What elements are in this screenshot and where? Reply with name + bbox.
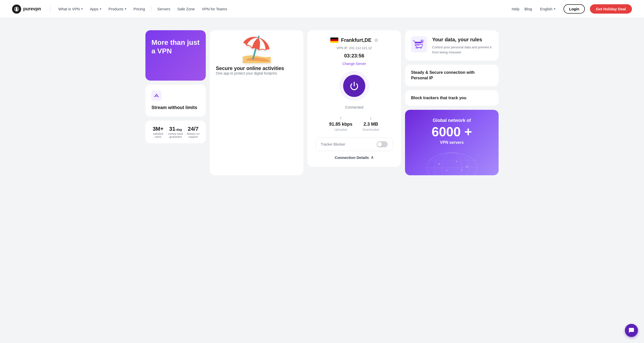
vpn-upload-value: 91.85 kbps xyxy=(329,122,352,127)
vpn-power-button[interactable] xyxy=(343,75,365,97)
svg-point-9 xyxy=(417,48,418,49)
svg-point-21 xyxy=(461,169,463,171)
svg-text:$: $ xyxy=(421,40,423,43)
stat-users-value: 3M+ xyxy=(153,126,164,132)
your-data-description: Control your personal data and prevent i… xyxy=(432,45,493,55)
vpn-download-stat: ↓ 2.3 MB Downloaded xyxy=(363,115,379,131)
svg-point-13 xyxy=(442,153,462,175)
your-data-title: Your data, your rules xyxy=(432,36,493,43)
nav-item-pricing[interactable]: Pricing xyxy=(130,5,148,13)
svg-rect-1 xyxy=(151,91,162,101)
second-column: ⛱️ Secure your online activities One app… xyxy=(210,30,303,175)
star-icon[interactable]: ☆ xyxy=(374,38,378,43)
vpn-country: Frankfurt,DE xyxy=(341,37,371,43)
svg-point-19 xyxy=(466,165,468,167)
vpn-widget-card: Frankfurt,DE ☆ VPN IP: 231.112.121.12 03… xyxy=(307,30,401,167)
login-button[interactable]: Login xyxy=(564,4,585,14)
vpn-download-label: Downloaded xyxy=(363,128,379,131)
global-network-prefix: Global network of xyxy=(433,118,471,123)
nav-language[interactable]: English ▾ xyxy=(537,5,558,13)
stat-guarantee-label: money back guarantee xyxy=(167,132,184,138)
nav-divider-brand xyxy=(50,5,50,13)
stat-guarantee: 31 -day money back guarantee xyxy=(167,126,184,138)
global-network-number: 6000 + xyxy=(432,125,472,138)
stream-icon xyxy=(151,91,200,102)
vpn-timer: 03:23:56 xyxy=(344,53,364,59)
block-trackers-card[interactable]: Block trackers that track you xyxy=(405,90,499,106)
tracker-blocker-label: Tracker Blocker xyxy=(321,142,345,146)
chevron-up-icon: ∧ xyxy=(371,155,374,160)
nav-blog[interactable]: Blog xyxy=(525,7,532,11)
vpn-upload-stat: ↑ 91.85 kbps Uploaded xyxy=(329,115,352,131)
tracker-blocker-toggle[interactable] xyxy=(377,141,388,147)
stat-guarantee-value: 31 xyxy=(169,126,175,132)
beach-subtitle: One app to protect your digital footprin… xyxy=(216,71,297,75)
block-trackers-title: Block trackers that track you xyxy=(411,96,466,100)
svg-point-18 xyxy=(456,161,458,162)
beach-card: ⛱️ Secure your online activities One app… xyxy=(210,30,303,175)
nav-item-vpn-for-teams[interactable]: VPN for Teams xyxy=(199,5,230,13)
stat-users-label: satisfied users xyxy=(149,132,167,138)
nav-item-apps[interactable]: Apps ▾ xyxy=(87,5,104,13)
beach-illustration: ⛱️ xyxy=(241,36,272,61)
tracker-blocker-row: Tracker Blocker xyxy=(315,138,393,151)
data-rules-icon: $ xyxy=(411,36,427,53)
logo-icon xyxy=(12,5,21,14)
stat-support-label: Always on support xyxy=(184,132,202,138)
nav-help[interactable]: Help xyxy=(512,7,519,11)
more-than-vpn-title: More than just a VPN xyxy=(151,38,200,55)
personal-ip-card[interactable]: Steady & Secure connection with Personal… xyxy=(405,65,499,86)
nav-menu: What is VPN ▾ Apps ▾ Products ▾ Pricing … xyxy=(55,5,512,13)
change-server-link[interactable]: Change Server xyxy=(342,62,366,66)
nav-item-safe-zone[interactable]: Safe Zone xyxy=(174,5,198,13)
vpn-upload-label: Uploaded xyxy=(334,128,347,131)
beach-title: Secure your online activities xyxy=(216,65,297,71)
brand-name: purevpn xyxy=(23,6,41,12)
left-column: More than just a VPN Stream without limi… xyxy=(145,30,206,175)
vpn-power-wrapper xyxy=(339,71,369,101)
chevron-down-icon: ▾ xyxy=(125,7,126,11)
personal-ip-title: Steady & Secure connection with Personal… xyxy=(411,70,475,80)
brand-logo-group[interactable]: purevpn xyxy=(12,5,41,14)
stream-title: Stream without limits xyxy=(151,105,200,111)
global-network-card: Global network of 6000 + VPN servers xyxy=(405,110,499,175)
nav-separator xyxy=(151,6,151,12)
nav-item-what-is-vpn[interactable]: What is VPN ▾ xyxy=(55,5,86,13)
stat-guarantee-day: -day xyxy=(175,128,182,131)
main-content: More than just a VPN Stream without limi… xyxy=(133,18,511,187)
connection-details-link[interactable]: Connection Details ∧ xyxy=(335,155,374,160)
vpn-ip: VPN IP: 231.112.121.12 xyxy=(337,46,372,50)
nav-right: Help Blog English ▾ Login Get Holiday De… xyxy=(512,4,632,14)
vpn-stats: ↑ 91.85 kbps Uploaded ↓ 2.3 MB Downloade… xyxy=(315,112,393,134)
navbar: purevpn What is VPN ▾ Apps ▾ Products ▾ … xyxy=(0,0,644,18)
chevron-down-icon: ▾ xyxy=(81,7,83,11)
more-than-vpn-card: More than just a VPN xyxy=(145,30,206,81)
svg-point-11 xyxy=(427,153,477,175)
vpn-status: Connected xyxy=(345,105,364,109)
vpn-location: Frankfurt,DE ☆ xyxy=(330,37,378,43)
stream-card[interactable]: Stream without limits xyxy=(145,85,206,117)
your-data-text: Your data, your rules Control your perso… xyxy=(432,36,493,55)
your-data-card: $ Your data, your rules Control your per… xyxy=(405,30,499,61)
stat-users: 3M+ satisfied users xyxy=(149,126,167,138)
nav-item-products[interactable]: Products ▾ xyxy=(105,5,129,13)
vpn-widget-column: Frankfurt,DE ☆ VPN IP: 231.112.121.12 03… xyxy=(307,30,401,175)
connection-details-label: Connection Details xyxy=(335,155,369,160)
right-column: $ Your data, your rules Control your per… xyxy=(405,30,499,175)
chevron-down-icon: ▾ xyxy=(100,7,101,11)
stat-support: 24/7 Always on support xyxy=(184,126,202,138)
stats-card: 3M+ satisfied users 31 -day money back g… xyxy=(145,121,206,143)
stat-support-value: 24/7 xyxy=(188,126,198,132)
download-arrow-icon: ↓ xyxy=(370,115,372,121)
nav-item-servers[interactable]: Servers xyxy=(154,5,173,13)
holiday-deal-button[interactable]: Get Holiday Deal xyxy=(590,4,632,14)
svg-point-10 xyxy=(421,48,422,49)
vpn-download-value: 2.3 MB xyxy=(364,122,378,127)
svg-point-17 xyxy=(438,163,440,165)
flag-germany xyxy=(330,38,338,43)
upload-arrow-icon: ↑ xyxy=(340,115,342,121)
globe-icon xyxy=(424,140,479,175)
chevron-down-icon: ▾ xyxy=(554,7,555,11)
svg-point-20 xyxy=(446,169,448,171)
